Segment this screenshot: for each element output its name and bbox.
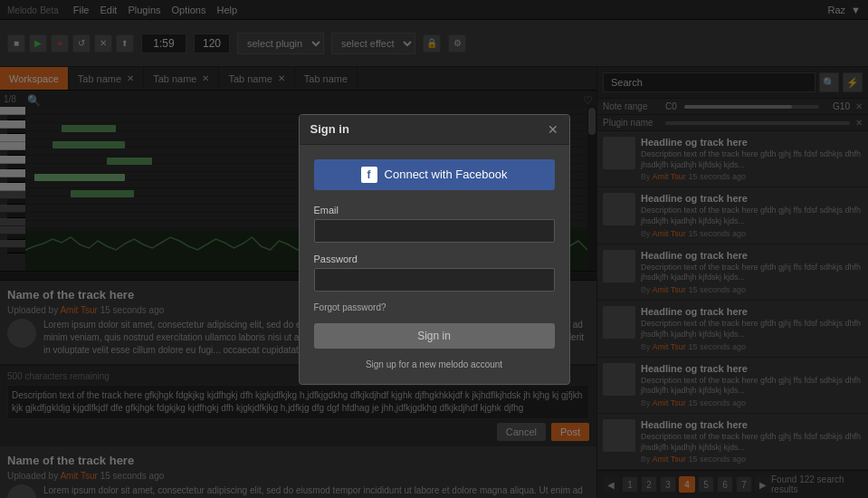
signup-link[interactable]: Sign up for a new melodo account <box>314 359 555 369</box>
email-label: Email <box>314 205 555 215</box>
sign-in-button[interactable]: Sign in <box>314 323 555 349</box>
email-input[interactable] <box>314 219 555 243</box>
password-label: Password <box>314 254 555 264</box>
modal-header: Sign in ✕ <box>300 115 569 145</box>
forgot-password-link[interactable]: Forgot password? <box>314 302 555 312</box>
modal-body: f Connect with Facebook Email Password F… <box>300 145 569 384</box>
password-input[interactable] <box>314 268 555 292</box>
signin-modal: Sign in ✕ f Connect with Facebook Email … <box>299 114 570 385</box>
facebook-icon: f <box>361 167 377 183</box>
facebook-signin-button[interactable]: f Connect with Facebook <box>314 159 555 190</box>
facebook-btn-label: Connect with Facebook <box>385 168 508 181</box>
modal-overlay[interactable]: Sign in ✕ f Connect with Facebook Email … <box>0 0 868 498</box>
modal-close-button[interactable]: ✕ <box>548 122 558 137</box>
modal-title: Sign in <box>310 122 349 136</box>
